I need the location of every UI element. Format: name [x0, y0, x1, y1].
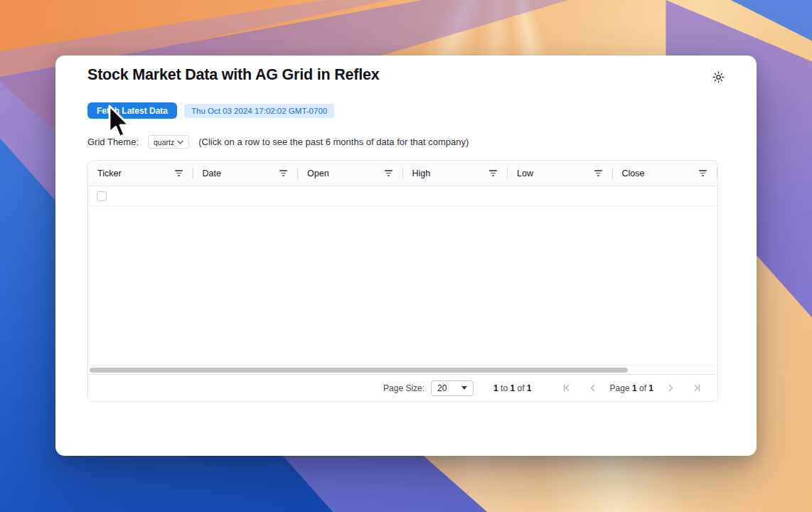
grid-theme-select[interactable]: quartz — [148, 135, 189, 149]
first-row-number: 1 — [493, 383, 498, 393]
grid-theme-row: Grid Theme: quartz (Click on a row to se… — [87, 135, 718, 149]
app-window: Stock Market Data with AG Grid in Reflex… — [55, 55, 757, 456]
page-size-select[interactable]: 20 — [431, 380, 474, 396]
grid-row[interactable] — [88, 186, 717, 206]
column-header-date[interactable]: Date — [193, 161, 299, 186]
column-header-open[interactable]: Open — [298, 161, 403, 186]
first-page-icon — [562, 383, 571, 393]
column-label: Ticker — [97, 169, 175, 178]
grid-header-row: Ticker Date Open High Low — [88, 161, 717, 186]
page-summary: Page 1 of 1 — [610, 383, 653, 393]
chevron-down-icon — [177, 140, 183, 144]
filter-icon[interactable] — [489, 170, 497, 176]
column-header-ticker[interactable]: Ticker — [88, 161, 193, 186]
horizontal-scrollbar[interactable] — [88, 365, 717, 374]
current-page-number: 1 — [632, 383, 637, 393]
row-select-checkbox[interactable] — [97, 191, 107, 201]
grid-body-empty — [88, 206, 717, 365]
column-label: High — [412, 169, 490, 178]
filter-icon[interactable] — [699, 170, 707, 176]
page-title: Stock Market Data with AG Grid in Reflex — [87, 66, 380, 84]
page-total-number: 1 — [648, 383, 653, 393]
grid-hint-text: (Click on a row to see the past 6 months… — [198, 137, 469, 147]
fetch-latest-data-button[interactable]: Fetch Latest Data — [87, 102, 177, 119]
last-row-number: 1 — [510, 383, 515, 393]
color-mode-toggle-button[interactable] — [710, 68, 727, 86]
page-size-label: Page Size: — [383, 383, 424, 393]
previous-page-button[interactable] — [579, 383, 606, 393]
grid-theme-selected-value: quartz — [154, 138, 174, 146]
sun-icon — [712, 71, 725, 83]
column-header-close[interactable]: Close — [613, 161, 718, 186]
column-label: Close — [622, 169, 700, 178]
filter-icon[interactable] — [594, 170, 602, 176]
column-label: Date — [203, 169, 280, 178]
first-page-button[interactable] — [553, 383, 579, 393]
next-page-icon — [666, 383, 675, 393]
toolbar: Fetch Latest Data Thu Oct 03 2024 17:02:… — [87, 102, 718, 119]
row-total-number: 1 — [527, 383, 532, 393]
last-page-button[interactable] — [684, 383, 703, 393]
row-range-summary: 1 to 1 of 1 — [493, 383, 531, 393]
timestamp-badge: Thu Oct 03 2024 17:02:02 GMT-0700 — [184, 104, 334, 118]
column-header-high[interactable]: High — [403, 161, 508, 186]
ag-grid: Ticker Date Open High Low — [87, 160, 718, 402]
previous-page-icon — [588, 383, 597, 393]
column-resize-handle[interactable] — [717, 168, 717, 178]
column-label: Low — [517, 169, 594, 178]
horizontal-scrollbar-thumb[interactable] — [90, 368, 628, 373]
filter-icon[interactable] — [175, 170, 183, 176]
next-page-button[interactable] — [658, 383, 684, 393]
column-label: Open — [307, 169, 385, 178]
grid-theme-label: Grid Theme: — [87, 137, 139, 147]
chevron-down-icon — [461, 386, 467, 390]
page-size-value: 20 — [437, 383, 447, 393]
grid-pagination-panel: Page Size: 20 1 to 1 of 1 Page 1 of — [88, 374, 717, 401]
window-header: Stock Market Data with AG Grid in Reflex — [87, 55, 718, 86]
filter-icon[interactable] — [385, 170, 392, 176]
filter-icon[interactable] — [279, 170, 287, 176]
column-header-low[interactable]: Low — [508, 161, 613, 186]
last-page-icon — [693, 383, 702, 393]
